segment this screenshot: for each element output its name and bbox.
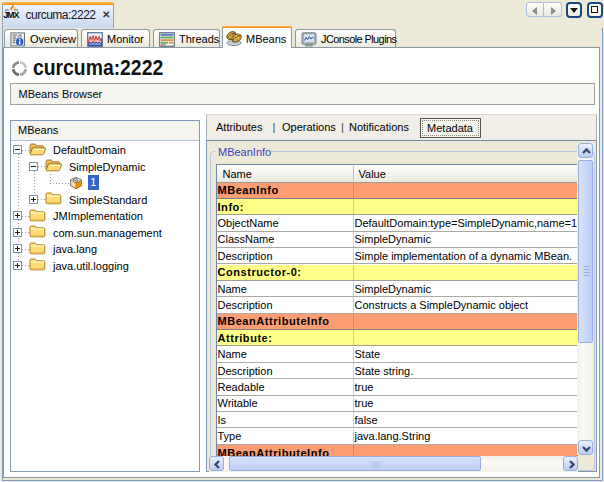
svg-text:JMX: JMX: [3, 10, 19, 20]
